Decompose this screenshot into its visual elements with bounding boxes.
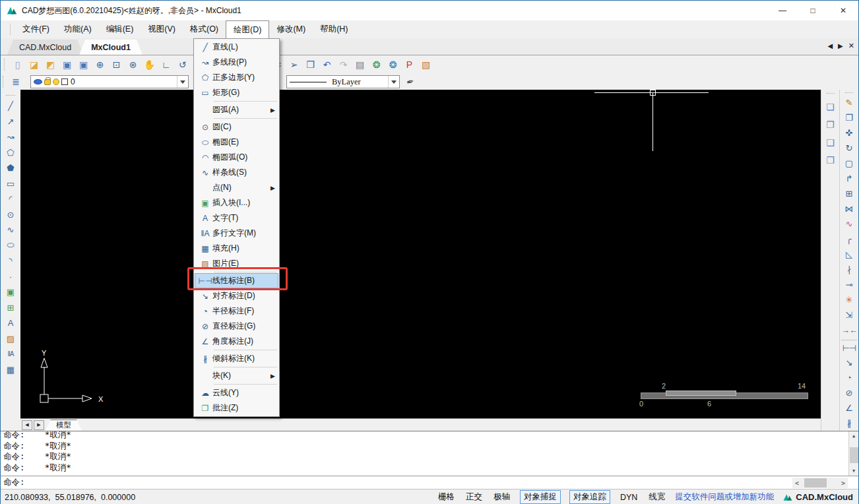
mod-select-window[interactable]: ▢ <box>841 156 857 171</box>
scrollbar-thumb[interactable] <box>804 478 827 488</box>
scrollbar-thumb[interactable] <box>850 447 858 463</box>
mod-mirror[interactable]: ⋈ <box>841 201 857 216</box>
print-icon[interactable]: ▤ <box>352 57 368 73</box>
image-export-icon[interactable]: ▧ <box>418 57 434 73</box>
menu-function[interactable]: 功能(A) <box>57 20 99 38</box>
menu-item-polygon[interactable]: ⬠ 正多边形(Y) <box>195 70 278 85</box>
ucs-axis-icon[interactable]: ∟ <box>158 57 174 73</box>
toggle-lineweight[interactable]: 线宽 <box>647 491 666 503</box>
tool-insert-block[interactable]: ▣ <box>3 284 18 300</box>
pdf-export-icon[interactable]: P <box>401 57 418 73</box>
save-icon[interactable]: ▣ <box>59 57 75 73</box>
mod-rotate[interactable]: ↻ <box>841 141 857 156</box>
mod-fillet[interactable]: ╭ <box>841 232 857 247</box>
menu-item-angular-dim[interactable]: ∠ 角度标注(J) <box>195 334 278 349</box>
open-file-icon[interactable]: ◪ <box>26 57 42 73</box>
mod-copy[interactable]: ❐ <box>841 110 857 125</box>
drawing-canvas[interactable]: 2 14 0 6 Y X <box>20 90 821 418</box>
cloud-open-icon[interactable]: ❂ <box>385 57 401 73</box>
mod-erase[interactable]: ✎ <box>841 95 857 110</box>
menu-item-text[interactable]: A 文字(T) <box>195 210 278 226</box>
scrollbar-track[interactable] <box>849 441 859 466</box>
mod-array[interactable]: ⊞ <box>841 186 857 201</box>
linetype-combo[interactable]: ByLayer <box>286 75 400 88</box>
menu-edit[interactable]: 编辑(E) <box>99 20 141 38</box>
menu-item-block[interactable]: 块(K) ▶ <box>195 368 278 383</box>
tool-polyline[interactable]: ↝ <box>3 129 18 145</box>
minimize-button[interactable]: — <box>767 1 798 20</box>
zoom-previous-icon[interactable]: ↺ <box>174 57 191 73</box>
menu-item-image[interactable]: ▨ 图片(E) <box>195 256 278 271</box>
toggle-otrack[interactable]: 对象追踪 <box>569 490 610 504</box>
tool-polygon-filled[interactable]: ⬟ <box>3 160 18 176</box>
layer-combo-arrow[interactable] <box>177 76 188 88</box>
scroll-left-icon[interactable]: < <box>792 480 802 487</box>
tab-scroll-right-icon[interactable]: ▶ <box>838 42 843 49</box>
toggle-osnap[interactable]: 对象捕捉 <box>520 490 561 504</box>
command-scrollbar-vertical[interactable]: ▲ ▼ <box>848 431 858 476</box>
menu-item-ellipse[interactable]: ⬭ 椭圆(E) <box>195 135 278 150</box>
tool-circle[interactable]: ⊙ <box>3 207 18 223</box>
toggle-polar[interactable]: 极轴 <box>492 491 511 503</box>
mod-move[interactable]: ✜ <box>841 125 857 141</box>
redo-icon[interactable]: ↷ <box>335 57 352 73</box>
new-file-icon[interactable]: ▯ <box>9 57 26 73</box>
tool-image[interactable]: ▨ <box>3 331 18 347</box>
tab-cad-mxcloud[interactable]: CAD.MxCloud <box>7 40 83 55</box>
mod-dim-radius[interactable]: ◔ <box>841 370 857 385</box>
mod-dim-aligned[interactable]: ↘ <box>841 355 857 370</box>
maximize-button[interactable]: □ <box>798 1 828 20</box>
mod-scale[interactable]: ⇲ <box>841 307 857 323</box>
menu-item-point[interactable]: 点(N) ▶ <box>195 180 278 195</box>
toggle-dyn[interactable]: DYN <box>619 492 639 503</box>
sheet-next-button[interactable]: ▶ <box>34 420 44 430</box>
sheet-prev-button[interactable]: ◀ <box>22 420 32 430</box>
menu-item-linear-dim[interactable]: ⊢⊣ 线性标注(B) <box>195 273 278 288</box>
tab-close-icon[interactable]: ✕ <box>848 42 854 50</box>
menu-item-annotate[interactable]: ❐ 批注(Z) <box>195 400 278 416</box>
tool-ellipse[interactable]: ⬭ <box>3 238 18 254</box>
menu-item-diameter-dim[interactable]: ⊘ 直径标注(G) <box>195 319 278 334</box>
close-button[interactable]: ✕ <box>828 1 858 20</box>
menu-item-spline[interactable]: ∿ 样条线(S) <box>195 165 278 180</box>
tool-line[interactable]: ╱ <box>3 98 18 114</box>
menu-view[interactable]: 视图(V) <box>141 20 183 38</box>
menu-item-line[interactable]: ╱ 直线(L) <box>195 40 278 55</box>
tool-mtext[interactable]: ‖A <box>3 346 18 362</box>
tool-text[interactable]: A <box>3 315 18 331</box>
menu-format[interactable]: 格式(O) <box>183 20 226 38</box>
zoom-window-icon[interactable]: ⊡ <box>108 57 125 73</box>
tool-polygon[interactable]: ⬠ <box>3 145 18 161</box>
menu-item-aligned-dim[interactable]: ↘ 对齐标注(D) <box>195 288 278 303</box>
tool-spline[interactable]: ∿ <box>3 222 18 238</box>
zoom-extents-icon[interactable]: ⊛ <box>125 57 141 73</box>
toggle-ortho[interactable]: 正交 <box>464 491 484 503</box>
pick-select-icon[interactable]: ➢ <box>286 57 302 73</box>
import-file-icon[interactable]: ◩ <box>42 57 59 73</box>
scroll-right-icon[interactable]: > <box>839 480 848 487</box>
layer-combo[interactable]: 0 <box>30 75 189 88</box>
mod-chamfer[interactable]: ◺ <box>841 247 857 262</box>
mod-dim-linear[interactable]: ⊢⊣ <box>841 340 857 355</box>
model-tab[interactable]: 模型 <box>46 420 82 431</box>
block-manager-icon[interactable]: ❒ <box>302 57 319 73</box>
linetype-combo-arrow[interactable] <box>388 76 399 88</box>
mod-edit-spline[interactable]: ∿ <box>841 216 857 232</box>
menu-modify[interactable]: 修改(M) <box>269 20 313 38</box>
menu-item-circle[interactable]: ⊙ 圆(C) <box>195 119 278 135</box>
scroll-down-icon[interactable]: ▼ <box>849 466 859 476</box>
pan-icon[interactable]: ✋ <box>141 57 158 73</box>
mod-dim-angular[interactable]: ∠ <box>841 400 857 416</box>
save-as-icon[interactable]: ▣ <box>75 57 92 73</box>
menu-item-insert-block[interactable]: ▣ 插入块(I...) <box>195 195 278 210</box>
match-properties-button[interactable]: ✒ <box>405 76 415 88</box>
mod-explode[interactable]: ✳ <box>841 292 857 307</box>
tool-arc[interactable]: ◜ <box>3 191 18 207</box>
scroll-up-icon[interactable]: ▲ <box>849 431 859 441</box>
tool-hatch[interactable]: ▦ <box>3 362 18 378</box>
mod-offset[interactable]: ↱ <box>841 171 857 186</box>
menu-file[interactable]: 文件(F) <box>15 20 57 38</box>
tab-scroll-left-icon[interactable]: ◀ <box>827 42 833 49</box>
command-input-line[interactable]: 命令: < > <box>1 476 858 489</box>
toggle-grid[interactable]: 栅格 <box>437 491 456 503</box>
